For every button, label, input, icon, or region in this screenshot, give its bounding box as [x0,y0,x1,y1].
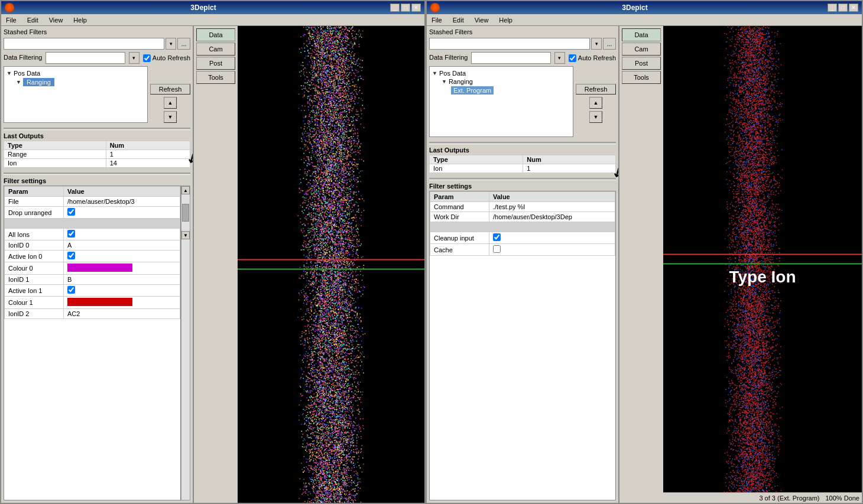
data-filtering-arrow-right[interactable]: ▾ [554,52,565,64]
settings-param-ionid1: IonID 1 [5,275,64,285]
move-up-button-right[interactable]: ▲ [589,97,602,109]
data-filtering-arrow-left[interactable]: ▾ [129,52,139,64]
tree-ranging-right[interactable]: ▼ Ranging [442,77,570,86]
status-ext-program: 3 of 3 (Ext. Program) [759,495,819,502]
move-down-button-left[interactable]: ▼ [164,111,177,123]
minimize-button-left[interactable]: _ [390,4,400,12]
settings-param-activeion1: Active Ion 1 [5,285,64,297]
scroll-up-left[interactable]: ▲ [181,186,190,194]
settings-value-activeion1 [64,285,180,297]
menu-view-left[interactable]: View [47,16,66,24]
stashed-filters-ellipsis-right[interactable]: ... [603,38,616,50]
main-content-left: Stashed Filters ▾ ... Data Filtering ▾ A… [1,26,424,503]
close-button-right[interactable]: ✕ [849,4,858,12]
maximize-button-left[interactable]: □ [401,4,410,12]
colour0-swatch[interactable] [67,264,132,272]
filter-settings-header-left: Filter settings [4,177,190,184]
tree-ranging-container-left: ▼ Ranging [16,77,145,87]
side-btn-tools-left[interactable]: Tools [196,71,235,84]
settings-table-wrapper-left[interactable]: Param Value File /home/auser/Desktop/3 [4,186,181,500]
drop-unranged-checkbox[interactable] [67,208,75,216]
menu-help-left[interactable]: Help [71,16,89,24]
settings-row-colour0: Colour 0 [5,262,180,275]
tree-pos-label-left: Pos Data [14,70,40,77]
menu-file-right[interactable]: File [429,16,445,24]
menu-file-left[interactable]: File [4,16,19,24]
side-buttons-left: Data Cam Post Tools [193,26,238,503]
titlebar-left: 3Depict _ □ ✕ [1,1,424,14]
separator2-right[interactable] [429,178,616,180]
separator-left[interactable] [4,128,190,130]
data-filtering-row-left: Data Filtering ▾ Auto Refresh [4,52,190,64]
auto-refresh-checkbox-right[interactable] [569,54,576,62]
all-ions-checkbox[interactable] [67,230,75,238]
side-btn-data-right[interactable]: Data [622,28,661,41]
menu-edit-left[interactable]: Edit [25,16,41,24]
tree-pos-data-right[interactable]: ▼ Pos Data [432,69,570,77]
tree-extprogram-right[interactable]: Ext. Program [451,86,570,95]
data-filtering-label-right: Data Filtering [429,54,468,61]
refresh-button-right[interactable]: Refresh [576,84,616,95]
cleanup-input-checkbox[interactable] [493,233,501,241]
tree-pos-label-right: Pos Data [439,70,466,77]
settings-wrapper-right: Param Value Command ./test.py %I [429,191,616,500]
stashed-filters-row-left: ▾ ... [4,38,190,50]
tree-extprogram-label-right[interactable]: Ext. Program [451,86,494,95]
maximize-button-right[interactable]: □ [838,4,848,12]
side-btn-post-right[interactable]: Post [622,57,661,70]
stashed-filters-input-right[interactable] [429,38,590,50]
window-title-left: 3Depict [17,4,390,12]
filter-settings-left: Filter settings Param Value [4,177,190,500]
tree-pos-data-left[interactable]: ▼ Pos Data [7,69,145,77]
settings-col-value-right: Value [489,192,615,202]
outputs-num-0-right: 1 [523,164,616,173]
app-icon-right [430,3,440,12]
colour1-swatch[interactable] [67,298,132,306]
minimize-button-right[interactable]: _ [828,4,837,12]
active-ion1-checkbox[interactable] [67,286,75,294]
outputs-num-0-left: 1 [106,150,190,159]
scroll-down-left[interactable]: ▼ [181,231,190,239]
tree-ranging-label-right: Ranging [449,78,473,85]
data-filtering-input-left[interactable] [46,52,125,64]
cache-checkbox[interactable] [493,245,501,253]
menu-help-right[interactable]: Help [497,16,515,24]
tree-ranging-left[interactable]: ▼ Ranging [16,77,145,87]
side-btn-cam-right[interactable]: Cam [622,43,661,56]
move-down-button-right[interactable]: ▼ [589,111,602,123]
tree-ranging-label-left[interactable]: Ranging [23,78,54,86]
stashed-filters-row-right: ▾ ... [429,38,616,50]
auto-refresh-checkbox-left[interactable] [143,54,151,62]
separator-right[interactable] [429,142,616,144]
settings-value-ionid2: AC2 [64,309,180,319]
side-btn-tools-right[interactable]: Tools [622,71,661,84]
refresh-button-left[interactable]: Refresh [150,84,190,95]
window-title-right: 3Depict [442,4,828,12]
titlebar-buttons-right: _ □ ✕ [828,4,858,12]
outputs-row-0-left: Range 1 [4,150,190,159]
stashed-filters-arrow-left[interactable]: ▾ [166,38,176,50]
data-filtering-input-right[interactable] [471,52,550,64]
close-button-left[interactable]: ✕ [411,4,421,12]
settings-table-wrapper-right[interactable]: Param Value Command ./test.py %I [429,191,616,500]
filter-tree-left: ▼ Pos Data ▼ Ranging [4,66,148,123]
left-panel-right: Stashed Filters ▾ ... Data Filtering ▾ A… [427,26,619,503]
auto-refresh-cb-left: Auto Refresh [143,54,190,62]
app-icon-left [5,3,14,12]
stashed-filters-arrow-right[interactable]: ▾ [591,38,602,50]
settings-param-dropunranged: Drop unranged [5,207,64,219]
side-btn-post-left[interactable]: Post [196,57,235,70]
scrollbar-v-left[interactable]: ▲ ▼ [181,186,190,500]
active-ion0-checkbox[interactable] [67,252,75,259]
settings-value-cache [489,244,615,256]
side-btn-cam-left[interactable]: Cam [196,43,235,56]
menu-view-right[interactable]: View [472,16,491,24]
side-btn-data-left[interactable]: Data [196,28,235,41]
stashed-filters-input-left[interactable] [4,38,164,50]
stashed-filters-ellipsis-left[interactable]: ... [177,38,190,50]
separator2-left[interactable] [4,173,190,175]
move-up-button-left[interactable]: ▲ [164,97,177,109]
scrollbar-thumb-left[interactable] [182,204,189,222]
settings-row-colour1: Colour 1 [5,297,180,309]
menu-edit-right[interactable]: Edit [450,16,466,24]
